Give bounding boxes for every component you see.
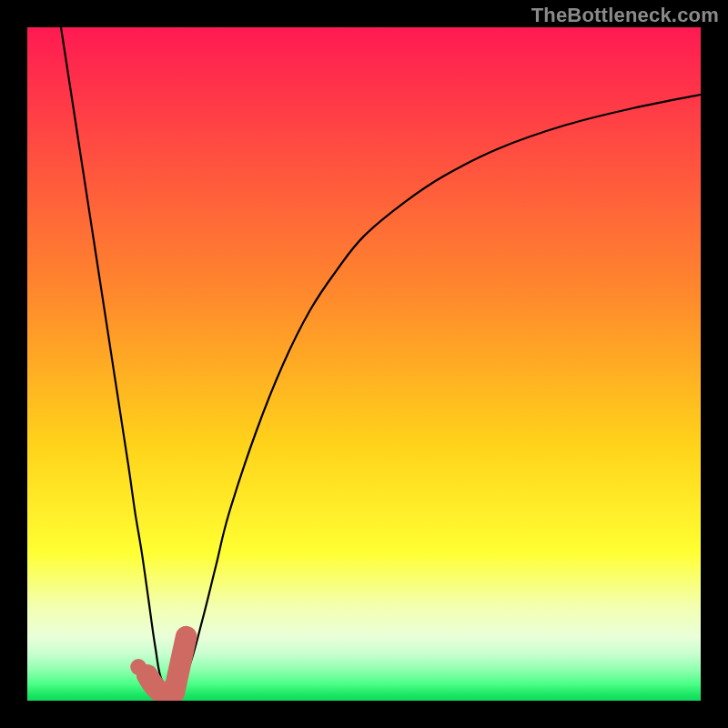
chart-svg xyxy=(27,27,701,701)
plot-area xyxy=(27,27,701,701)
gradient-background xyxy=(27,27,701,701)
watermark-text: TheBottleneck.com xyxy=(531,4,719,27)
outer-frame: TheBottleneck.com xyxy=(0,0,728,728)
